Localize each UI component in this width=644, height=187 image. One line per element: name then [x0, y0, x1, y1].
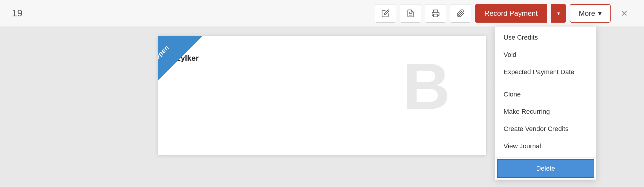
attach-button[interactable] — [450, 4, 471, 23]
menu-item-expected-payment-date[interactable]: Expected Payment Date — [495, 63, 596, 81]
big-letter: B — [403, 54, 450, 119]
pdf-icon — [406, 9, 415, 18]
open-badge: Open — [158, 36, 206, 83]
menu-item-void[interactable]: Void — [495, 46, 596, 63]
more-label: More — [579, 9, 595, 18]
more-chevron-icon: ▾ — [598, 9, 602, 18]
status-badge: Open — [158, 44, 171, 62]
document-paper: Open Zylker B — [158, 36, 486, 155]
record-payment-dropdown-button[interactable]: ▾ — [551, 4, 566, 23]
menu-item-use-credits[interactable]: Use Credits — [495, 29, 596, 46]
edit-button[interactable] — [375, 4, 396, 23]
close-button[interactable]: × — [617, 6, 632, 21]
svg-rect-2 — [434, 14, 438, 17]
menu-item-make-recurring[interactable]: Make Recurring — [495, 103, 596, 120]
page-container: 19 — [0, 0, 644, 187]
dropdown-section-1: Use Credits Void Expected Payment Date — [495, 27, 596, 83]
page-number: 19 — [12, 8, 23, 19]
menu-item-create-vendor-credits[interactable]: Create Vendor Credits — [495, 120, 596, 138]
pdf-button[interactable] — [400, 4, 421, 23]
edit-icon — [381, 9, 390, 18]
toolbar-actions: Record Payment ▾ More ▾ × — [375, 4, 632, 23]
menu-item-delete[interactable]: Delete — [497, 159, 594, 178]
print-button[interactable] — [425, 4, 446, 23]
menu-item-view-journal[interactable]: View Journal — [495, 138, 596, 155]
more-button[interactable]: More ▾ — [570, 4, 611, 23]
chevron-down-icon: ▾ — [557, 10, 560, 17]
record-payment-button[interactable]: Record Payment — [475, 4, 547, 23]
print-icon — [431, 9, 440, 18]
attach-icon — [456, 9, 465, 18]
dropdown-section-2: Clone Make Recurring Create Vendor Credi… — [495, 83, 596, 158]
menu-item-clone[interactable]: Clone — [495, 86, 596, 103]
dropdown-section-delete: Delete — [495, 158, 596, 180]
dropdown-menu: Use Credits Void Expected Payment Date C… — [495, 26, 596, 180]
toolbar: 19 — [0, 0, 644, 27]
